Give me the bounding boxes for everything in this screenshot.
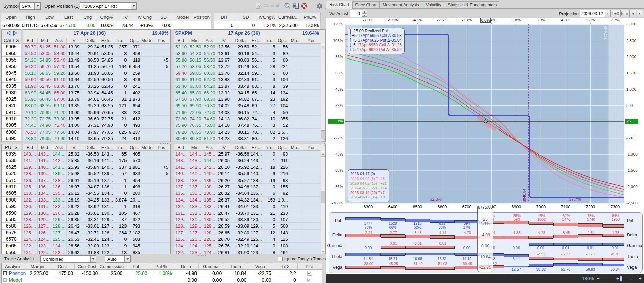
svg-text:62.3%: 62.3%	[430, 197, 441, 202]
svg-text:6940.54: 6940.54	[522, 189, 526, 202]
svg-text:7274.42: 7274.42	[604, 26, 608, 40]
svg-text:37.7%: 37.7%	[569, 197, 581, 202]
